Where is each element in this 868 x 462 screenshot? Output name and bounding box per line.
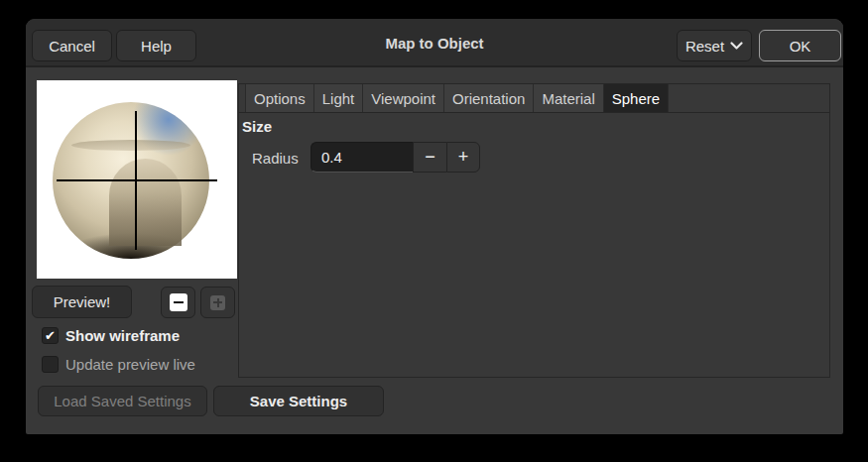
zoom-in-button[interactable]: [200, 287, 235, 318]
tab-options[interactable]: Options: [245, 84, 314, 112]
dialog-header-bar: Cancel Help Map to Object Reset OK: [26, 19, 843, 67]
settings-notebook: Options Light Viewpoint Orientation Mate…: [238, 83, 830, 378]
sphere-texture-band: [71, 140, 190, 151]
cancel-button[interactable]: Cancel: [32, 30, 112, 61]
zoom-out-icon: [170, 293, 187, 311]
zoom-out-button[interactable]: [161, 287, 195, 318]
minus-icon: −: [425, 147, 435, 168]
wireframe-horizontal-line: [57, 179, 217, 181]
screen-background: Cancel Help Map to Object Reset OK Previ…: [0, 0, 868, 462]
update-preview-checkbox[interactable]: [42, 356, 59, 373]
tab-bar: Options Light Viewpoint Orientation Mate…: [239, 83, 829, 113]
preview-image[interactable]: [37, 80, 237, 279]
show-wireframe-checkbox[interactable]: ✔: [42, 327, 59, 344]
help-button[interactable]: Help: [116, 30, 196, 61]
chevron-down-icon: [730, 42, 743, 50]
radius-decrement-button[interactable]: −: [413, 142, 446, 173]
zoom-in-icon: [210, 295, 225, 310]
sphere-texture-arch: [109, 159, 182, 246]
update-preview-row: Update preview live: [42, 356, 195, 373]
show-wireframe-row: ✔ Show wireframe: [42, 327, 180, 344]
tab-light[interactable]: Light: [314, 84, 364, 112]
map-to-object-dialog: Cancel Help Map to Object Reset OK Previ…: [26, 19, 843, 434]
reset-button-label: Reset: [685, 38, 724, 55]
reset-button[interactable]: Reset: [677, 30, 752, 61]
radius-spinner: − +: [310, 142, 481, 173]
checkmark-icon: ✔: [45, 328, 56, 343]
tab-orientation[interactable]: Orientation: [444, 84, 534, 112]
plus-icon: +: [458, 147, 469, 168]
save-settings-button[interactable]: Save Settings: [213, 386, 384, 416]
tab-material[interactable]: Material: [534, 84, 603, 112]
show-wireframe-label: Show wireframe: [65, 327, 180, 344]
size-section-title: Size: [242, 118, 272, 135]
tab-viewpoint[interactable]: Viewpoint: [363, 84, 444, 112]
radius-input[interactable]: [310, 142, 413, 173]
ok-button[interactable]: OK: [759, 30, 841, 61]
load-saved-settings-button[interactable]: Load Saved Settings: [38, 386, 207, 416]
update-preview-label: Update preview live: [65, 356, 195, 373]
radius-label: Radius: [252, 150, 299, 167]
preview-button[interactable]: Preview!: [32, 286, 132, 318]
radius-increment-button[interactable]: +: [446, 142, 480, 173]
tab-sphere[interactable]: Sphere: [604, 84, 669, 112]
